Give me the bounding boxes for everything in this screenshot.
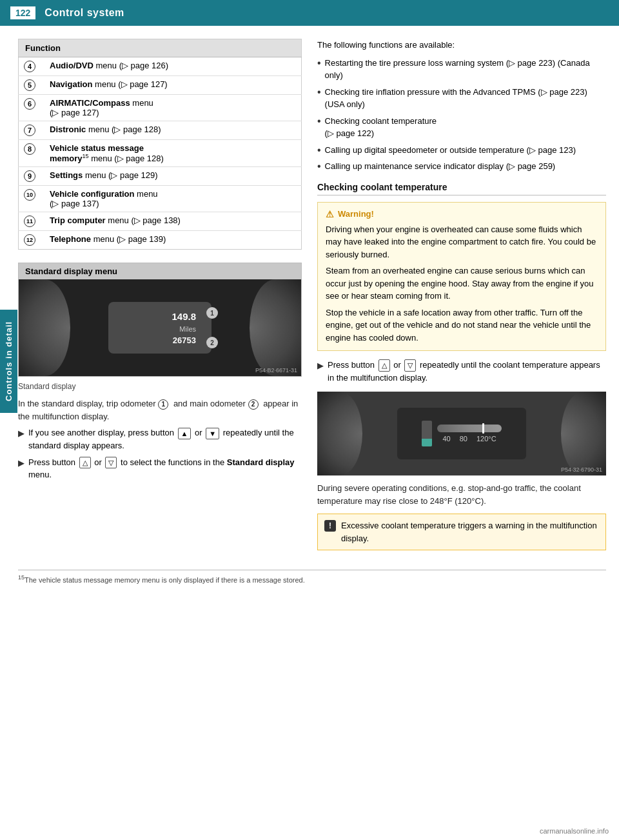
button-up-icon-2: △ <box>79 457 91 469</box>
left-column: Function 4 Audio/DVD menu (▷ page 126) 5… <box>18 39 302 550</box>
warning-triangle-icon: ⚠ <box>326 209 334 219</box>
footnote-area: 15The vehicle status message memory menu… <box>18 570 606 584</box>
gauge-scale-label: 40 <box>442 435 450 443</box>
circle-11: 11 <box>24 215 35 227</box>
std-display-header: Standard display menu <box>19 263 301 279</box>
row-text-6: AIRMATIC/Compass menu(▷ page 127) <box>44 95 302 121</box>
feature-text-3: Checking coolant temperature(▷ page 122) <box>325 115 437 140</box>
warning-label: Warning! <box>338 209 374 219</box>
feature-item-5: • Calling up maintenance service indicat… <box>317 160 606 173</box>
row-text-11: Trip computer menu (▷ page 138) <box>44 212 302 231</box>
press-instruction-text: Press button △ or ▽ repeatedly until the… <box>328 359 606 384</box>
warning-para-3: Stop the vehicle in a safe location away… <box>326 306 598 345</box>
arrow-icon-2: ▶ <box>18 457 25 470</box>
footnote-num: 15 <box>18 574 25 581</box>
instruction-text-1: If you see another display, press button… <box>28 426 302 452</box>
circle-10: 10 <box>24 189 35 201</box>
after-image-text: During severe operating conditions, e.g.… <box>317 482 606 507</box>
table-row: 10 Vehicle configuration menu(▷ page 137… <box>19 186 302 212</box>
arrow-icon-3: ▶ <box>317 359 324 372</box>
feature-text-2: Checking tire inflation pressure with th… <box>325 86 606 111</box>
bold-label-4: Audio/DVD <box>50 61 93 70</box>
bullet-dot-1: • <box>317 57 321 69</box>
row-num-9: 9 <box>19 167 45 186</box>
row-num-8: 8 <box>19 140 45 167</box>
arrow-icon-1: ▶ <box>18 427 25 440</box>
std-display-image: 149.8 Miles 26753 1 2 P54·B2·6671-31 <box>19 279 301 376</box>
feature-item-2: • Checking tire inflation pressure with … <box>317 86 606 111</box>
row-text-7: Distronic menu (▷ page 128) <box>44 121 302 140</box>
feature-item-1: • Restarting the tire pressure loss warn… <box>317 57 606 82</box>
row-num-4: 4 <box>19 57 45 76</box>
row-text-8: Vehicle status messagememory15 menu (▷ p… <box>44 140 302 167</box>
standard-display-box: Standard display menu 149.8 Miles 26753 <box>18 263 302 377</box>
row-text-4: Audio/DVD menu (▷ page 126) <box>44 57 302 76</box>
caution-box: ! Excessive coolant temperature triggers… <box>317 514 606 550</box>
side-tab-label: Controls in detail <box>0 310 17 413</box>
row-text-5: Navigation menu (▷ page 127) <box>44 76 302 95</box>
right-column: The following functions are available: •… <box>317 39 606 550</box>
table-row: 6 AIRMATIC/Compass menu(▷ page 127) <box>19 95 302 121</box>
dashboard-simulation: 149.8 Miles 26753 1 2 <box>19 279 301 376</box>
badge-2: 2 <box>206 337 218 348</box>
image-reference: P54·B2·6671-31 <box>255 367 297 374</box>
table-row: 5 Navigation menu (▷ page 127) <box>19 76 302 95</box>
bold-label-7: Distronic <box>50 125 86 134</box>
circle-5: 5 <box>24 79 35 91</box>
caution-icon: ! <box>324 520 336 532</box>
bold-label-9: Settings <box>50 170 83 180</box>
circle-9: 9 <box>24 170 35 182</box>
coolant-image-reference: P54·32·6790-31 <box>561 466 602 473</box>
row-num-6: 6 <box>19 95 45 121</box>
function-table: Function 4 Audio/DVD menu (▷ page 126) 5… <box>18 39 302 250</box>
table-row: 11 Trip computer menu (▷ page 138) <box>19 212 302 231</box>
main-content: Function 4 Audio/DVD menu (▷ page 126) 5… <box>0 26 619 563</box>
odometer-value: 26753 <box>173 335 196 346</box>
intro-text: The following functions are available: <box>317 39 606 52</box>
feature-text-5: Calling up maintenance service indicator… <box>325 160 556 173</box>
table-row: 9 Settings menu (▷ page 129) <box>19 167 302 186</box>
row-num-7: 7 <box>19 121 45 140</box>
button-down-icon-2: ▽ <box>105 457 117 469</box>
std-display-para1: In the standard display, trip odometer 1… <box>18 397 302 423</box>
bold-std-display: Standard display <box>227 457 295 467</box>
header-bar: 122 Control system <box>0 0 619 26</box>
row-num-5: 5 <box>19 76 45 95</box>
btn-down-icon-3: ▽ <box>404 359 416 372</box>
feature-item-4: • Calling up digital speedometer or outs… <box>317 144 606 157</box>
bold-label-12: Telephone <box>50 234 91 244</box>
button-down-icon: ▼ <box>206 428 219 440</box>
table-row: 7 Distronic menu (▷ page 128) <box>19 121 302 140</box>
circle-6: 6 <box>24 98 35 110</box>
bold-label-8: Vehicle status messagememory <box>50 143 144 163</box>
trip-value: 149.8 <box>172 311 196 323</box>
row-text-12: Telephone menu (▷ page 139) <box>44 231 302 250</box>
btn-up-icon-3: △ <box>378 359 390 372</box>
feature-bullet-list: • Restarting the tire pressure loss warn… <box>317 57 606 173</box>
circle-12: 12 <box>24 234 35 246</box>
gauge-scale-max: 120°C <box>477 435 496 443</box>
trip-label: Miles <box>179 325 196 333</box>
caution-text: Excessive coolant temperature triggers a… <box>341 519 599 545</box>
table-row: 12 Telephone menu (▷ page 139) <box>19 231 302 250</box>
bullet-dot-3: • <box>317 115 321 127</box>
feature-text-1: Restarting the tire pressure loss warnin… <box>325 57 606 82</box>
circle-4: 4 <box>24 61 35 72</box>
bold-label-10: Vehicle configuration <box>50 189 134 199</box>
warning-para-1: Driving when your engine is overheated c… <box>326 223 598 261</box>
feature-item-3: • Checking coolant temperature(▷ page 12… <box>317 115 606 140</box>
table-row: 4 Audio/DVD menu (▷ page 126) <box>19 57 302 76</box>
row-text-10: Vehicle configuration menu(▷ page 137) <box>44 186 302 212</box>
circle-8: 8 <box>24 143 35 155</box>
coolant-display-image: 40 80 120°C P54·32·6790-31 <box>317 392 606 475</box>
bullet-dot-5: • <box>317 160 321 172</box>
row-num-12: 12 <box>19 231 45 250</box>
bullet-dot-4: • <box>317 144 321 156</box>
row-num-10: 10 <box>19 186 45 212</box>
gauge-scale-mid: 80 <box>460 435 467 443</box>
badge-1: 1 <box>206 307 218 319</box>
std-display-caption: Standard display <box>18 382 302 391</box>
circle-7: 7 <box>24 125 35 136</box>
inline-circle-2: 2 <box>248 399 259 410</box>
instruction-text-2: Press button △ or ▽ to select the functi… <box>28 456 302 481</box>
